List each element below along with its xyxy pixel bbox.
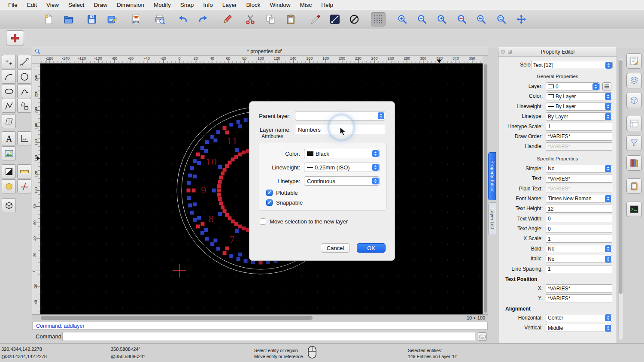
canvas-vertical-scrollbar[interactable] bbox=[483, 63, 488, 314]
print-preview-button[interactable] bbox=[152, 12, 167, 27]
copy-button[interactable] bbox=[263, 12, 278, 27]
scrollbar-thumb[interactable] bbox=[484, 64, 487, 313]
property-input[interactable]: 12 bbox=[546, 205, 612, 213]
move-selection-checkbox[interactable] bbox=[260, 218, 266, 225]
stepper-icon[interactable] bbox=[605, 256, 611, 262]
draw-pen-button[interactable] bbox=[307, 12, 322, 27]
stepper-icon[interactable] bbox=[605, 195, 611, 202]
command-panel-button[interactable] bbox=[626, 202, 642, 217]
property-dropdown[interactable]: Center bbox=[546, 314, 612, 322]
stepper-icon[interactable] bbox=[592, 83, 599, 90]
stepper-icon[interactable] bbox=[605, 113, 611, 120]
property-dropdown[interactable]: Middle bbox=[546, 324, 612, 332]
close-panel-icon[interactable] bbox=[500, 49, 506, 54]
ellipse-tool-button[interactable] bbox=[2, 84, 16, 98]
color-dropdown[interactable]: Black bbox=[304, 149, 380, 158]
image-tool-button[interactable] bbox=[2, 146, 16, 160]
blocks-panel-button[interactable] bbox=[626, 93, 642, 108]
menu-layer[interactable]: Layer bbox=[218, 2, 242, 8]
menu-modify[interactable]: Modify bbox=[149, 2, 176, 8]
property-input[interactable]: *VARIES* bbox=[546, 133, 612, 141]
menu-file[interactable]: File bbox=[3, 2, 22, 8]
layer-menu-button[interactable] bbox=[602, 82, 611, 90]
menu-draw[interactable]: Draw bbox=[89, 2, 112, 8]
stepper-icon[interactable] bbox=[605, 245, 611, 252]
menu-view[interactable]: View bbox=[42, 2, 64, 8]
property-input[interactable]: 1 bbox=[546, 235, 612, 243]
circle-tool-button[interactable] bbox=[17, 69, 31, 84]
trim-tool-button[interactable] bbox=[17, 179, 31, 193]
point-tool-button[interactable] bbox=[2, 55, 16, 69]
property-dropdown[interactable]: By Layer bbox=[546, 103, 612, 111]
tab-layer-list[interactable]: Layer List bbox=[488, 202, 496, 235]
snappable-checkbox[interactable]: ✓ bbox=[266, 199, 273, 206]
measure-tool-button[interactable] bbox=[17, 164, 31, 178]
text-tool-button[interactable]: A bbox=[2, 131, 16, 145]
spline-tool-button[interactable] bbox=[17, 84, 31, 98]
menu-misc[interactable]: Misc bbox=[295, 2, 317, 8]
cancel-button[interactable]: Cancel bbox=[321, 243, 350, 253]
property-input[interactable]: *VARIES* bbox=[546, 175, 612, 183]
selection-dropdown[interactable]: Text [12] bbox=[531, 61, 613, 69]
command-input[interactable] bbox=[62, 332, 475, 341]
grid-toggle-button[interactable] bbox=[371, 12, 386, 27]
linetype-dropdown[interactable]: Continuous bbox=[304, 176, 380, 186]
stepper-icon[interactable] bbox=[605, 314, 611, 321]
stepper-icon[interactable] bbox=[605, 103, 611, 110]
add-block-button[interactable] bbox=[6, 30, 24, 45]
property-input[interactable]: 0 bbox=[546, 225, 612, 233]
auto-zoom-button[interactable] bbox=[434, 12, 449, 27]
menu-help[interactable]: Help bbox=[316, 2, 338, 8]
reset-tool-button[interactable] bbox=[347, 12, 361, 27]
property-input[interactable]: 1 bbox=[546, 265, 612, 273]
solid-tool-button[interactable] bbox=[2, 164, 16, 178]
plottable-checkbox[interactable]: ✓ bbox=[266, 190, 273, 196]
edit-pen-button[interactable] bbox=[220, 12, 235, 27]
float-panel-icon[interactable] bbox=[507, 49, 513, 54]
arc-tool-button[interactable] bbox=[2, 69, 16, 84]
redo-button[interactable] bbox=[196, 12, 210, 27]
menu-dimension[interactable]: Dimension bbox=[112, 2, 149, 8]
property-dropdown[interactable]: 0 bbox=[546, 82, 600, 90]
stepper-icon[interactable] bbox=[605, 165, 611, 172]
menu-select[interactable]: Select bbox=[64, 2, 89, 8]
library-panel-button[interactable] bbox=[626, 155, 642, 171]
polygon-tool-button[interactable] bbox=[2, 179, 16, 193]
cut-button[interactable] bbox=[243, 12, 258, 27]
stepper-icon[interactable] bbox=[372, 150, 379, 157]
save-file-button[interactable] bbox=[85, 12, 99, 27]
stepper-icon[interactable] bbox=[372, 164, 379, 171]
property-input[interactable]: 1 bbox=[546, 123, 612, 131]
stepper-icon[interactable] bbox=[605, 93, 611, 100]
panel-scrollbar[interactable] bbox=[618, 58, 623, 340]
views-panel-button[interactable] bbox=[626, 116, 642, 131]
hatch-tool-button[interactable] bbox=[2, 114, 16, 128]
scrollbar-thumb[interactable] bbox=[619, 60, 623, 294]
clipboard-panel-button[interactable] bbox=[626, 178, 642, 194]
menu-info[interactable]: Info bbox=[198, 2, 218, 8]
property-dropdown[interactable]: By Layer bbox=[546, 112, 612, 121]
new-file-button[interactable] bbox=[41, 12, 56, 27]
dimension-tool-button[interactable] bbox=[17, 131, 31, 145]
layers-panel-button[interactable] bbox=[626, 73, 642, 88]
scrollbar-thumb[interactable] bbox=[41, 316, 313, 320]
properties-panel-button[interactable] bbox=[626, 53, 642, 69]
undo-button[interactable] bbox=[176, 12, 190, 27]
zoom-out-button[interactable] bbox=[415, 12, 429, 27]
stepper-icon[interactable] bbox=[378, 112, 384, 119]
property-dropdown[interactable]: No bbox=[546, 255, 612, 263]
menu-window[interactable]: Window bbox=[265, 2, 295, 8]
property-input[interactable]: *VARIES* bbox=[546, 284, 612, 293]
zoom-redraw-button[interactable] bbox=[455, 12, 469, 27]
stepper-icon[interactable] bbox=[605, 62, 612, 69]
paste-button[interactable] bbox=[283, 12, 298, 27]
pan-button[interactable] bbox=[514, 12, 529, 27]
stepper-icon[interactable] bbox=[372, 178, 379, 184]
property-input[interactable]: 0 bbox=[546, 215, 612, 223]
zoom-window-button[interactable] bbox=[494, 12, 509, 27]
open-file-button[interactable] bbox=[61, 12, 76, 27]
box-tool-button[interactable] bbox=[2, 198, 16, 212]
property-dropdown[interactable]: No bbox=[546, 165, 612, 173]
shape-tool-button[interactable] bbox=[17, 99, 31, 113]
menu-block[interactable]: Block bbox=[242, 2, 265, 8]
